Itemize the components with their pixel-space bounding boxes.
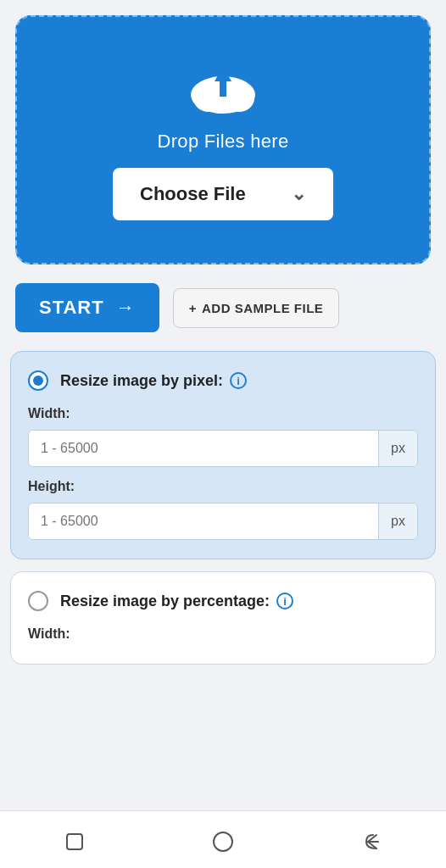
option-header-percentage: Resize image by percentage: i xyxy=(28,591,418,611)
width-label-percent: Width: xyxy=(28,626,418,642)
svg-point-5 xyxy=(214,832,232,851)
circle-nav-button[interactable] xyxy=(211,830,235,854)
resize-by-percentage-label: Resize image by percentage: i xyxy=(60,593,293,610)
width-input-pixel[interactable] xyxy=(29,431,378,466)
height-field-group-pixel: Height: px xyxy=(28,479,418,540)
width-field-row-pixel: px xyxy=(28,430,418,467)
arrow-right-icon: → xyxy=(116,297,136,319)
width-field-group-pixel: Width: px xyxy=(28,406,418,467)
width-label-pixel: Width: xyxy=(28,406,418,421)
start-button[interactable]: START → xyxy=(15,283,159,332)
back-icon xyxy=(360,830,383,854)
svg-point-2 xyxy=(224,85,254,112)
option-header-pixel: Resize image by pixel: i xyxy=(28,370,418,391)
bottom-nav xyxy=(0,810,446,868)
svg-rect-4 xyxy=(67,834,82,849)
cloud-upload-icon xyxy=(185,58,261,119)
start-label: START xyxy=(39,297,104,319)
add-sample-file-button[interactable]: + ADD SAMPLE FILE xyxy=(173,288,340,328)
drop-zone[interactable]: Drop Files here Choose File ⌄ xyxy=(15,15,431,264)
home-nav-button[interactable] xyxy=(63,830,86,854)
circle-icon xyxy=(211,830,235,854)
info-icon-percentage[interactable]: i xyxy=(276,593,293,609)
radio-resize-by-percentage[interactable] xyxy=(28,591,48,611)
action-row: START → + ADD SAMPLE FILE xyxy=(0,264,446,351)
height-input-pixel[interactable] xyxy=(29,504,378,539)
resize-by-percentage-card: Resize image by percentage: i Width: xyxy=(10,571,436,665)
width-field-group-percent: Width: xyxy=(28,626,418,645)
resize-by-pixel-card: Resize image by pixel: i Width: px Heigh… xyxy=(10,351,436,559)
choose-file-label: Choose File xyxy=(140,183,246,205)
svg-point-1 xyxy=(193,85,224,112)
radio-resize-by-pixel[interactable] xyxy=(28,370,48,391)
height-label-pixel: Height: xyxy=(28,479,418,494)
info-icon-pixel[interactable]: i xyxy=(230,372,247,389)
width-unit-pixel: px xyxy=(378,431,417,466)
chevron-down-icon: ⌄ xyxy=(291,183,306,205)
plus-icon: + xyxy=(189,301,197,315)
drop-zone-wrapper: Drop Files here Choose File ⌄ xyxy=(0,0,446,264)
height-field-row-pixel: px xyxy=(28,503,418,540)
height-unit-pixel: px xyxy=(378,504,417,539)
add-sample-label: ADD SAMPLE FILE xyxy=(202,301,323,315)
back-nav-button[interactable] xyxy=(360,830,383,854)
choose-file-button[interactable]: Choose File ⌄ xyxy=(113,168,333,220)
cloud-upload-area: Drop Files here xyxy=(158,58,289,153)
resize-by-pixel-label: Resize image by pixel: i xyxy=(60,372,247,390)
options-section: Resize image by pixel: i Width: px Heigh… xyxy=(0,351,446,676)
home-icon xyxy=(63,830,86,854)
drop-files-text: Drop Files here xyxy=(158,131,289,153)
